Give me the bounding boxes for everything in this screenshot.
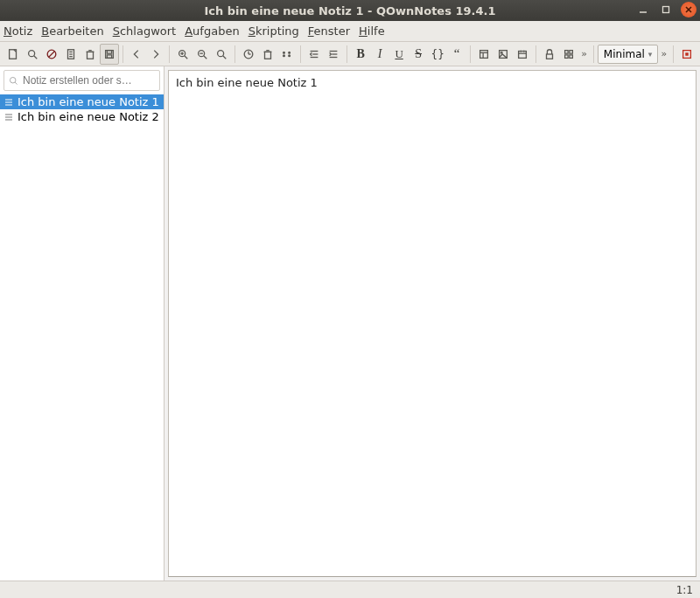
status-bar: 1:1 — [0, 581, 700, 598]
svg-rect-19 — [108, 54, 112, 58]
toolbar: B I U S {} “ » Minimal ▾ » — [0, 42, 700, 66]
note-icon — [4, 98, 14, 107]
indent-increase-icon[interactable] — [324, 44, 343, 65]
save-icon[interactable] — [100, 44, 119, 65]
svg-line-62 — [15, 82, 17, 84]
toolbar-separator — [300, 45, 301, 63]
trash2-icon[interactable] — [258, 44, 277, 65]
toolbar-separator — [593, 45, 594, 63]
svg-rect-1 — [663, 7, 669, 13]
quote-icon[interactable]: “ — [447, 44, 466, 65]
toolbar-overflow-1[interactable]: » — [578, 48, 590, 59]
layout-icon[interactable] — [474, 44, 494, 65]
new-note-icon[interactable] — [4, 44, 23, 65]
menu-aufgaben[interactable]: Aufgaben — [185, 24, 239, 38]
svg-point-38 — [289, 54, 290, 56]
menu-skripting[interactable]: Skripting — [248, 24, 299, 38]
svg-rect-57 — [565, 54, 569, 58]
editor-content: Ich bin eine neue Notiz 1 — [176, 76, 318, 89]
svg-rect-32 — [265, 52, 271, 59]
menu-bar: Notiz Bearbeiten Schlagwort Aufgaben Skr… — [0, 21, 700, 42]
toolbar-separator — [470, 45, 471, 63]
note-editor[interactable]: Ich bin eine neue Notiz 1 — [168, 70, 696, 577]
svg-point-37 — [289, 52, 290, 53]
search-icon — [8, 75, 19, 87]
code-braces-icon[interactable]: {} — [428, 44, 447, 65]
zoom-reset-icon[interactable] — [212, 44, 231, 65]
editor-pane: Ich bin eine neue Notiz 1 — [164, 66, 700, 581]
clock-icon[interactable] — [239, 44, 258, 65]
window-title: Ich bin eine neue Notiz 1 - QOwnNotes 19… — [204, 4, 495, 17]
svg-rect-14 — [88, 52, 94, 59]
note-item[interactable]: Ich bin eine neue Notiz 1 — [0, 94, 164, 109]
menu-schlagwort[interactable]: Schlagwort — [113, 24, 177, 38]
zoom-out-icon[interactable] — [192, 44, 212, 65]
menu-bearbeiten[interactable]: Bearbeiten — [41, 24, 103, 38]
svg-rect-55 — [565, 50, 569, 53]
note-item-label: Ich bin eine neue Notiz 2 — [18, 110, 159, 123]
toolbar-separator — [169, 45, 170, 63]
cursor-position: 1:1 — [676, 584, 693, 596]
dropdown-triangle-icon: ▾ — [648, 50, 653, 59]
lock-icon[interactable] — [540, 44, 559, 65]
image-icon[interactable] — [494, 44, 513, 65]
toolbar-separator — [536, 45, 536, 63]
main-area: Ich bin eine neue Notiz 1 Ich bin eine n… — [0, 66, 700, 581]
note-item-label: Ich bin eine neue Notiz 1 — [18, 95, 159, 108]
note-icon — [4, 113, 14, 122]
svg-rect-50 — [519, 51, 527, 58]
back-icon[interactable] — [127, 44, 146, 65]
close-button[interactable] — [681, 2, 696, 17]
minimize-button[interactable] — [635, 2, 651, 17]
svg-point-61 — [10, 77, 16, 83]
svg-line-28 — [223, 55, 227, 59]
note-list[interactable]: Ich bin eine neue Notiz 1 Ich bin eine n… — [0, 94, 164, 581]
svg-line-21 — [185, 55, 188, 59]
strikethrough-icon[interactable]: S — [409, 44, 428, 65]
forbidden-icon[interactable] — [42, 44, 61, 65]
note-search-box[interactable] — [4, 70, 160, 91]
menu-hilfe[interactable]: Hilfe — [359, 24, 385, 38]
svg-line-7 — [34, 55, 38, 59]
toolbar-separator — [122, 45, 123, 63]
svg-point-49 — [501, 52, 503, 53]
dots-icon[interactable] — [277, 44, 297, 65]
svg-rect-45 — [480, 50, 488, 58]
title-bar: Ich bin eine neue Notiz 1 - QOwnNotes 19… — [0, 0, 700, 21]
menu-notiz[interactable]: Notiz — [4, 24, 32, 38]
menu-fenster[interactable]: Fenster — [308, 24, 350, 38]
sidebar: Ich bin eine neue Notiz 1 Ich bin eine n… — [0, 66, 164, 581]
toolbar-separator — [346, 45, 347, 63]
indent-decrease-icon[interactable] — [304, 44, 324, 65]
zoom-in-icon[interactable] — [173, 44, 192, 65]
svg-rect-18 — [108, 50, 112, 53]
svg-rect-60 — [685, 52, 689, 56]
bold-icon[interactable]: B — [351, 44, 370, 65]
layout-mode-label: Minimal — [604, 48, 645, 60]
note-search-input[interactable] — [23, 74, 156, 87]
distraction-free-icon[interactable] — [677, 44, 696, 65]
svg-point-27 — [218, 50, 224, 56]
forward-icon[interactable] — [146, 44, 165, 65]
toolbar-overflow-2[interactable]: » — [658, 48, 669, 59]
svg-point-36 — [284, 54, 285, 56]
toolbar-separator — [673, 45, 674, 63]
svg-line-25 — [204, 55, 207, 59]
svg-line-9 — [49, 51, 55, 57]
layout-mode-selector[interactable]: Minimal ▾ — [598, 45, 659, 64]
grid-icon[interactable] — [559, 44, 578, 65]
svg-rect-56 — [570, 50, 573, 53]
svg-point-6 — [29, 50, 35, 56]
svg-rect-54 — [547, 54, 553, 59]
search-icon[interactable] — [23, 44, 42, 65]
underline-icon[interactable]: U — [389, 44, 409, 65]
trash-icon[interactable] — [80, 44, 100, 65]
svg-rect-58 — [570, 54, 573, 58]
calendar-icon[interactable] — [513, 44, 532, 65]
document-icon[interactable] — [61, 44, 80, 65]
toolbar-separator — [234, 45, 235, 63]
svg-point-35 — [284, 52, 285, 53]
italic-icon[interactable]: I — [370, 44, 389, 65]
note-item[interactable]: Ich bin eine neue Notiz 2 — [0, 109, 164, 124]
maximize-button[interactable] — [658, 2, 674, 17]
